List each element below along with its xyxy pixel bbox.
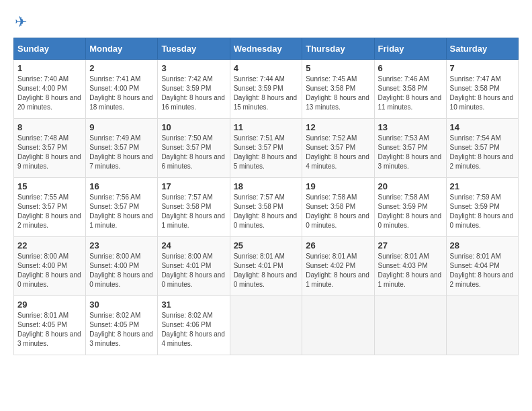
calendar-cell: 27 Sunrise: 8:01 AMSunset: 4:03 PMDaylig… xyxy=(374,237,446,296)
day-info: Sunrise: 8:00 AMSunset: 4:00 PMDaylight:… xyxy=(89,253,153,288)
logo-bird-icon: ✈ xyxy=(15,13,27,31)
day-info: Sunrise: 8:01 AMSunset: 4:05 PMDaylight:… xyxy=(17,312,81,347)
calendar-cell: 12 Sunrise: 7:52 AMSunset: 3:57 PMDaylig… xyxy=(302,119,374,178)
week-row-3: 15 Sunrise: 7:55 AMSunset: 3:57 PMDaylig… xyxy=(14,178,519,237)
day-info: Sunrise: 7:41 AMSunset: 4:00 PMDaylight:… xyxy=(89,75,153,111)
day-info: Sunrise: 7:58 AMSunset: 3:58 PMDaylight:… xyxy=(306,193,369,229)
week-row-5: 29 Sunrise: 8:01 AMSunset: 4:05 PMDaylig… xyxy=(14,296,519,355)
calendar-cell: 19 Sunrise: 7:58 AMSunset: 3:58 PMDaylig… xyxy=(302,178,374,237)
day-info: Sunrise: 7:50 AMSunset: 3:57 PMDaylight:… xyxy=(161,134,225,170)
day-info: Sunrise: 8:01 AMSunset: 4:02 PMDaylight:… xyxy=(306,253,369,288)
day-info: Sunrise: 7:49 AMSunset: 3:57 PMDaylight:… xyxy=(89,134,153,170)
calendar-cell: 3 Sunrise: 7:42 AMSunset: 3:59 PMDayligh… xyxy=(158,60,230,119)
weekday-sunday: Sunday xyxy=(14,38,86,60)
day-info: Sunrise: 8:01 AMSunset: 4:04 PMDaylight:… xyxy=(450,253,514,288)
weekday-wednesday: Wednesday xyxy=(230,38,302,60)
day-number: 25 xyxy=(234,240,299,250)
day-info: Sunrise: 7:48 AMSunset: 3:57 PMDaylight:… xyxy=(17,134,81,170)
calendar-cell: 7 Sunrise: 7:47 AMSunset: 3:58 PMDayligh… xyxy=(446,60,518,119)
day-number: 14 xyxy=(450,122,515,132)
day-number: 8 xyxy=(17,122,82,132)
day-info: Sunrise: 8:01 AMSunset: 4:01 PMDaylight:… xyxy=(234,253,298,288)
day-number: 12 xyxy=(306,122,370,132)
calendar-cell xyxy=(230,296,302,355)
calendar-table: SundayMondayTuesdayWednesdayThursdayFrid… xyxy=(13,38,519,355)
calendar-cell: 30 Sunrise: 8:02 AMSunset: 4:05 PMDaylig… xyxy=(86,296,158,355)
calendar-cell: 24 Sunrise: 8:00 AMSunset: 4:01 PMDaylig… xyxy=(158,237,230,296)
day-info: Sunrise: 8:02 AMSunset: 4:05 PMDaylight:… xyxy=(89,312,153,347)
day-number: 18 xyxy=(234,181,299,191)
day-info: Sunrise: 7:51 AMSunset: 3:57 PMDaylight:… xyxy=(234,134,298,170)
day-info: Sunrise: 7:57 AMSunset: 3:58 PMDaylight:… xyxy=(234,193,298,229)
day-info: Sunrise: 7:44 AMSunset: 3:59 PMDaylight:… xyxy=(234,75,298,111)
day-number: 11 xyxy=(234,122,299,132)
day-number: 31 xyxy=(161,300,226,310)
calendar-cell: 15 Sunrise: 7:55 AMSunset: 3:57 PMDaylig… xyxy=(14,178,86,237)
calendar-cell: 28 Sunrise: 8:01 AMSunset: 4:04 PMDaylig… xyxy=(446,237,518,296)
logo: ✈ xyxy=(13,13,27,31)
calendar-cell: 10 Sunrise: 7:50 AMSunset: 3:57 PMDaylig… xyxy=(158,119,230,178)
calendar-cell: 8 Sunrise: 7:48 AMSunset: 3:57 PMDayligh… xyxy=(14,119,86,178)
calendar-cell xyxy=(446,296,518,355)
day-info: Sunrise: 8:00 AMSunset: 4:00 PMDaylight:… xyxy=(17,253,81,288)
day-number: 17 xyxy=(161,181,226,191)
day-info: Sunrise: 7:42 AMSunset: 3:59 PMDaylight:… xyxy=(161,75,225,111)
day-number: 28 xyxy=(450,240,515,250)
day-info: Sunrise: 8:00 AMSunset: 4:01 PMDaylight:… xyxy=(161,253,225,288)
day-info: Sunrise: 7:52 AMSunset: 3:57 PMDaylight:… xyxy=(306,134,369,170)
calendar-cell: 22 Sunrise: 8:00 AMSunset: 4:00 PMDaylig… xyxy=(14,237,86,296)
day-number: 3 xyxy=(161,63,226,73)
week-row-2: 8 Sunrise: 7:48 AMSunset: 3:57 PMDayligh… xyxy=(14,119,519,178)
calendar-cell: 17 Sunrise: 7:57 AMSunset: 3:58 PMDaylig… xyxy=(158,178,230,237)
calendar-cell: 16 Sunrise: 7:56 AMSunset: 3:57 PMDaylig… xyxy=(86,178,158,237)
calendar-cell: 23 Sunrise: 8:00 AMSunset: 4:00 PMDaylig… xyxy=(86,237,158,296)
day-number: 2 xyxy=(89,63,154,73)
day-number: 6 xyxy=(378,63,443,73)
day-number: 24 xyxy=(161,240,226,250)
day-info: Sunrise: 7:56 AMSunset: 3:57 PMDaylight:… xyxy=(89,193,153,229)
weekday-monday: Monday xyxy=(86,38,158,60)
calendar-cell: 29 Sunrise: 8:01 AMSunset: 4:05 PMDaylig… xyxy=(14,296,86,355)
calendar-cell: 4 Sunrise: 7:44 AMSunset: 3:59 PMDayligh… xyxy=(230,60,302,119)
weekday-thursday: Thursday xyxy=(302,38,374,60)
calendar-cell: 20 Sunrise: 7:58 AMSunset: 3:59 PMDaylig… xyxy=(374,178,446,237)
day-number: 20 xyxy=(378,181,443,191)
calendar-cell xyxy=(374,296,446,355)
day-number: 10 xyxy=(161,122,226,132)
day-info: Sunrise: 8:02 AMSunset: 4:06 PMDaylight:… xyxy=(161,312,225,347)
day-number: 5 xyxy=(306,63,370,73)
day-info: Sunrise: 7:58 AMSunset: 3:59 PMDaylight:… xyxy=(378,193,442,229)
day-number: 30 xyxy=(89,300,154,310)
weekday-tuesday: Tuesday xyxy=(158,38,230,60)
calendar-cell: 26 Sunrise: 8:01 AMSunset: 4:02 PMDaylig… xyxy=(302,237,374,296)
day-number: 26 xyxy=(306,240,370,250)
day-info: Sunrise: 7:45 AMSunset: 3:58 PMDaylight:… xyxy=(306,75,369,111)
day-info: Sunrise: 7:55 AMSunset: 3:57 PMDaylight:… xyxy=(17,193,81,229)
day-number: 23 xyxy=(89,240,154,250)
calendar-cell: 21 Sunrise: 7:59 AMSunset: 3:59 PMDaylig… xyxy=(446,178,518,237)
weekday-saturday: Saturday xyxy=(446,38,518,60)
calendar-cell xyxy=(302,296,374,355)
day-info: Sunrise: 7:53 AMSunset: 3:57 PMDaylight:… xyxy=(378,134,442,170)
day-number: 9 xyxy=(89,122,154,132)
day-number: 1 xyxy=(17,63,82,73)
day-number: 16 xyxy=(89,181,154,191)
calendar-cell: 11 Sunrise: 7:51 AMSunset: 3:57 PMDaylig… xyxy=(230,119,302,178)
day-number: 19 xyxy=(306,181,370,191)
calendar-cell: 31 Sunrise: 8:02 AMSunset: 4:06 PMDaylig… xyxy=(158,296,230,355)
day-info: Sunrise: 7:54 AMSunset: 3:57 PMDaylight:… xyxy=(450,134,514,170)
day-number: 4 xyxy=(234,63,299,73)
calendar-cell: 6 Sunrise: 7:46 AMSunset: 3:58 PMDayligh… xyxy=(374,60,446,119)
day-info: Sunrise: 7:40 AMSunset: 4:00 PMDaylight:… xyxy=(17,75,81,111)
calendar-cell: 25 Sunrise: 8:01 AMSunset: 4:01 PMDaylig… xyxy=(230,237,302,296)
day-number: 7 xyxy=(450,63,515,73)
calendar-cell: 18 Sunrise: 7:57 AMSunset: 3:58 PMDaylig… xyxy=(230,178,302,237)
calendar-cell: 13 Sunrise: 7:53 AMSunset: 3:57 PMDaylig… xyxy=(374,119,446,178)
day-number: 29 xyxy=(17,300,82,310)
day-info: Sunrise: 8:01 AMSunset: 4:03 PMDaylight:… xyxy=(378,253,442,288)
header: ✈ xyxy=(13,13,519,31)
calendar-cell: 14 Sunrise: 7:54 AMSunset: 3:57 PMDaylig… xyxy=(446,119,518,178)
day-info: Sunrise: 7:47 AMSunset: 3:58 PMDaylight:… xyxy=(450,75,514,111)
day-number: 13 xyxy=(378,122,443,132)
day-number: 22 xyxy=(17,240,82,250)
